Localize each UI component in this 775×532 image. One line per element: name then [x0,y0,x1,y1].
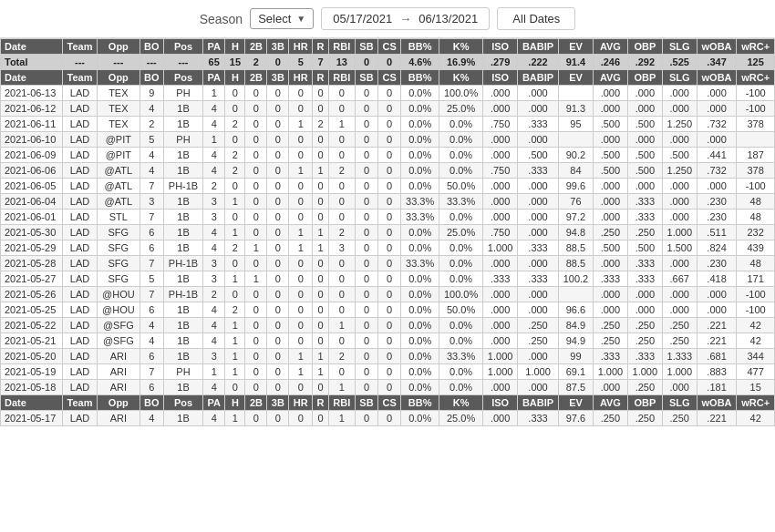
header-cell-avg: AVG [593,395,627,411]
cell-babip: .000 [518,179,559,194]
cell-ev: 91.4 [559,55,594,70]
cell-2b: 0 [245,163,267,179]
col-woba: wOBA [697,39,737,55]
cell-kpct: 33.3% [439,194,483,210]
cell-kpct: 0.0% [439,380,483,395]
cell-bbpct: 0.0% [401,148,439,163]
cell-woba: .000 [697,132,737,148]
cell-babip: .000 [518,380,559,395]
cell-pos: 1B [164,117,203,132]
cell-ev: 84 [559,163,594,179]
header-cell-opp: Opp [98,395,140,411]
cell-cs: 0 [378,333,401,349]
cell-iso: .000 [483,287,518,302]
cell-r: 1 [313,349,329,364]
cell-opp: STL [98,210,140,225]
cell-2b: 0 [245,225,267,240]
cell-bo: 6 [140,380,163,395]
cell-hr: 0 [289,101,313,117]
cell-pa: 4 [203,318,225,333]
cell-woba: .824 [697,240,737,256]
cell-hr: 0 [289,318,313,333]
cell-slg: .667 [662,271,697,287]
cell-date: 2021-05-17 [1,411,63,426]
cell-sb: 0 [355,179,377,194]
cell-slg: 1.000 [662,225,697,240]
cell-bo: 9 [140,86,163,101]
cell-slg: .250 [662,318,697,333]
cell-cs: 0 [378,380,401,395]
cell-kpct: 25.0% [439,225,483,240]
cell-hr: 0 [289,148,313,163]
cell-pos: 1B [164,163,203,179]
cell-rbi: 1 [328,380,355,395]
cell-bo: 4 [140,411,163,426]
cell-team: LAD [62,287,97,302]
cell-hr: 1 [289,117,313,132]
cell-iso: 1.000 [483,364,518,380]
cell-2b: 0 [245,302,267,318]
cell-hr: 0 [289,333,313,349]
cell-bbpct: 0.0% [401,411,439,426]
cell-team: LAD [62,101,97,117]
header-cell-ev: EV [559,395,594,411]
cell-cs: 0 [378,271,401,287]
all-dates-button[interactable]: All Dates [497,7,575,30]
cell-slg: .000 [662,256,697,271]
cell-bbpct: 0.0% [401,86,439,101]
cell-pos: 1B [164,333,203,349]
cell-obp: .000 [627,287,662,302]
header-cell-team: Team [62,395,97,411]
cell-cs: 0 [378,148,401,163]
cell-date: 2021-06-13 [1,86,63,101]
cell-babip: .000 [518,101,559,117]
cell-pa: 3 [203,210,225,225]
cell-babip: .250 [518,318,559,333]
cell-2b: 1 [245,271,267,287]
cell-pa: 4 [203,148,225,163]
cell-obp: .250 [627,333,662,349]
cell-date: 2021-05-28 [1,256,63,271]
cell-babip: .000 [518,302,559,318]
cell-pa: 2 [203,287,225,302]
cell-woba: .230 [697,256,737,271]
cell-sb: 0 [355,333,377,349]
cell-date: 2021-05-20 [1,349,63,364]
cell-kpct: 0.0% [439,210,483,225]
cell-pos: PH [164,364,203,380]
header-cell-pos: Pos [164,70,203,86]
cell-opp: SFG [98,271,140,287]
section-header-row: DateTeamOppBOPosPAH2B3BHRRRBISBCSBB%K%IS… [1,395,775,411]
cell-rbi: 0 [328,132,355,148]
cell-slg: 1.500 [662,240,697,256]
season-select[interactable]: Select ▼ [250,8,314,29]
cell-bo: 4 [140,148,163,163]
cell-kpct: 50.0% [439,179,483,194]
cell-opp: TEX [98,117,140,132]
cell-2b: 0 [245,333,267,349]
header-cell-rbi: RBI [328,70,355,86]
cell-iso: .000 [483,101,518,117]
cell-babip: .000 [518,132,559,148]
cell-iso: .000 [483,210,518,225]
cell-sb: 0 [355,256,377,271]
cell-2b: 0 [245,380,267,395]
cell-pa: 3 [203,256,225,271]
cell-sb: 0 [355,101,377,117]
cell-obp: .333 [627,271,662,287]
cell-r: 0 [313,179,329,194]
cell-woba: .441 [697,148,737,163]
cell-h: 0 [225,256,245,271]
date-arrow-icon: → [399,12,411,26]
cell-rbi: 3 [328,240,355,256]
cell-cs: 0 [378,240,401,256]
cell-date: 2021-05-27 [1,271,63,287]
cell-pa: 65 [203,55,225,70]
cell-date: 2021-05-29 [1,240,63,256]
cell-opp: @PIT [98,148,140,163]
cell-sb: 0 [355,318,377,333]
col-bo: BO [140,39,163,55]
cell-pa: 4 [203,101,225,117]
header-cell-slg: SLG [662,395,697,411]
cell-rbi: 0 [328,101,355,117]
